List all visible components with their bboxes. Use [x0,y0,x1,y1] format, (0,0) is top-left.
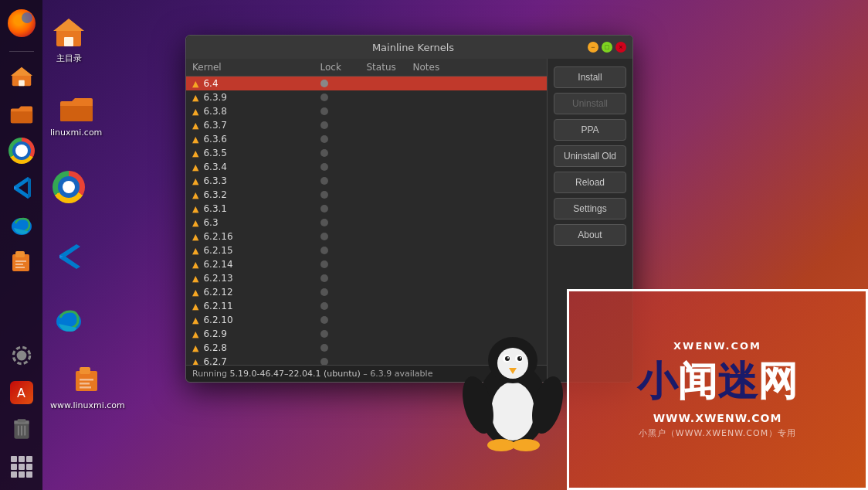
taskbar-vscode[interactable] [6,172,37,203]
kernel-row-6-3.9[interactable]: ▲ 6.3.9 [186,90,547,104]
kernel-name-text: 6.3.8 [203,106,227,117]
svg-marker-43 [53,19,84,31]
status-version: 5.19.0-46.47–22.04.1 (ubuntu) [230,369,361,379]
kernel-row-6-2.12[interactable]: ▲ 6.2.12 [186,285,547,299]
taskbar-edge[interactable] [6,209,37,240]
watermark-char1: 小 [637,355,677,409]
settings-button[interactable]: Settings [554,198,626,219]
kernel-row-6-3.7[interactable]: ▲ 6.3.7 [186,118,547,132]
svg-rect-33 [15,267,25,268]
header-lock: Lock [320,62,367,73]
kernel-row-6-2.10[interactable]: ▲ 6.2.10 [186,313,547,327]
window-close-button[interactable]: × [615,42,626,53]
kernel-row-6-3.3[interactable]: ▲ 6.3.3 [186,174,547,188]
svg-rect-31 [15,260,26,262]
install-button[interactable]: Install [554,66,626,88]
kernel-row-6-2.14[interactable]: ▲ 6.2.14 [186,257,547,271]
taskbar-folder-linuxmi[interactable] [6,98,37,129]
kernel-row-6-2.15[interactable]: ▲ 6.2.15 [186,243,547,257]
kernel-name-text: 6.2.9 [203,328,227,339]
desktop-folder-linuxmi-label: linuxmi.com [50,128,102,138]
svg-rect-51 [80,383,90,385]
kernel-row-6-3.2[interactable]: ▲ 6.3.2 [186,188,547,202]
svg-point-16 [520,357,521,359]
kernel-name-text: 6.3.2 [203,189,227,200]
window-minimize-button[interactable]: − [588,42,598,53]
window-controls: − □ × [588,42,626,53]
kernel-row-6-2.13[interactable]: ▲ 6.2.13 [186,271,547,285]
kernel-row-6-3.8[interactable]: ▲ 6.3.8 [186,104,547,118]
watermark-char2: 闻 [677,355,717,409]
mainline-kernels-window: Mainline Kernels − □ × Kernel Lock Statu… [185,35,633,383]
taskbar-firefox[interactable] [6,8,37,39]
reload-button[interactable]: Reload [554,172,626,193]
kernel-name-text: 6.3.7 [203,120,227,131]
status-prefix: Running [192,369,230,379]
watermark-char3: 迷 [717,355,758,409]
kernel-name-text: 6.2.12 [203,287,232,298]
taskbar-chrome[interactable] [6,135,37,166]
svg-rect-32 [15,264,23,265]
kernel-row-6-3.6[interactable]: ▲ 6.3.6 [186,132,547,146]
svg-point-20 [487,439,515,451]
kernel-name-text: 6.3.3 [203,175,227,186]
taskbar-appstore[interactable]: A [6,377,37,408]
kernel-name-text: 6.4 [203,78,218,89]
kernel-name-text: 6.2.8 [203,342,227,353]
about-button[interactable]: About [554,224,626,246]
desktop-chrome[interactable] [50,168,87,206]
taskbar-trash[interactable] [6,414,37,445]
kernel-name-text: 6.2.7 [203,356,227,365]
watermark-top-text: XWENW.COM [673,340,761,352]
taskbar: A [0,0,42,490]
svg-rect-49 [80,367,90,374]
taskbar-home[interactable] [6,61,37,92]
ppa-button[interactable]: PPA [554,119,626,141]
kernel-name-text: 6.2.16 [203,231,232,242]
kernel-name-text: 6.2.15 [203,245,232,256]
watermark-main: 小 闻 迷 网 [637,355,798,409]
window-titlebar: Mainline Kernels − □ × [186,36,632,59]
svg-point-34 [16,351,26,361]
kernel-name-text: 6.2.11 [203,301,232,311]
taskbar-settings[interactable] [6,340,37,371]
watermark-url: WWW.XWENW.COM [653,412,782,424]
list-header: Kernel Lock Status Notes [186,59,547,77]
kernel-row-6-2.16[interactable]: ▲ 6.2.16 [186,230,547,243]
watermark-bottom: 小黑户（WWW.XWENW.COM）专用 [639,427,796,439]
svg-point-15 [507,357,509,359]
uninstall-button[interactable]: Uninstall [554,93,626,114]
kernel-name-text: 6.3.4 [203,162,227,172]
svg-point-13 [505,356,510,361]
kernel-name-text: 6.3.1 [203,203,227,214]
desktop-folder-linuxmi[interactable]: linuxmi.com [50,89,102,138]
kernel-row-6-3.1[interactable]: ▲ 6.3.1 [186,202,547,216]
svg-rect-44 [64,37,73,46]
svg-point-8 [491,382,534,441]
header-kernel: Kernel [192,62,320,73]
window-maximize-button[interactable]: □ [602,42,612,53]
svg-rect-30 [15,251,25,257]
kernel-row-6-3.4[interactable]: ▲ 6.3.4 [186,160,547,174]
kernel-name-text: 6.3.5 [203,148,227,158]
desktop-files[interactable]: www.linuxmi.com [50,362,125,410]
desktop-vscode[interactable] [50,238,87,275]
header-status: Status [367,62,413,73]
desktop-edge[interactable] [50,301,87,339]
kernel-name-text: 6.3.9 [203,92,227,103]
svg-point-14 [517,356,522,361]
window-title: Mainline Kernels [239,42,588,53]
taskbar-apps-grid[interactable] [6,451,37,482]
svg-marker-27 [28,177,31,199]
kernel-row-6-2.11[interactable]: ▲ 6.2.11 [186,299,547,313]
uninstall-old-button[interactable]: Uninstall Old [554,145,626,167]
kernel-row-6-3.5[interactable]: ▲ 6.3.5 [186,146,547,160]
desktop-home-icon[interactable]: 主目录 [50,14,87,64]
watermark-overlay: XWENW.COM 小 闻 迷 网 WWW.XWENW.COM 小黑户（WWW.… [567,289,868,490]
kernel-row-6-4[interactable]: ▲ 6.4 [186,77,547,90]
tux-penguin [463,328,563,451]
taskbar-files[interactable] [6,247,37,277]
kernel-name-text: 6.2.10 [203,315,232,325]
kernel-row-6-3[interactable]: ▲ 6.3 [186,216,547,230]
status-suffix: – 6.3.9 available [361,369,433,379]
